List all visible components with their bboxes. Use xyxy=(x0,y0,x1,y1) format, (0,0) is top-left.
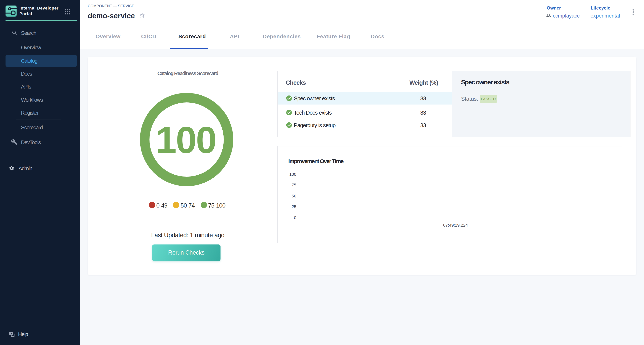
svg-text:?: ? xyxy=(10,332,12,335)
